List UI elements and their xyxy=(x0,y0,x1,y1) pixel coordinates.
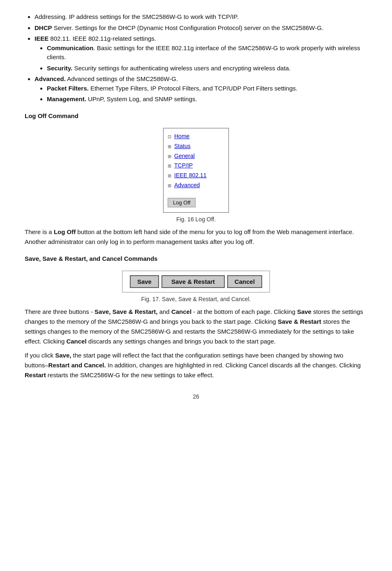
cancel-button[interactable]: Cancel xyxy=(227,275,262,288)
para1-bold3: Save xyxy=(297,308,311,315)
status-icon: ⊞ xyxy=(168,143,173,151)
advanced-sub-list: Packet Filters. Ethernet Type Filters, I… xyxy=(47,84,367,104)
ieee-rest: 802.11. IEEE 802.11g-related settings. xyxy=(48,35,156,42)
save-description-2: If you click Save, the start page will r… xyxy=(25,350,367,380)
logoff-figure-caption: Fig. 16 Log Off. xyxy=(176,215,216,224)
para1-bold2: Cancel xyxy=(171,308,191,315)
para2-mid2: In addition, changes are highlighted in … xyxy=(106,362,361,369)
para1-start: There are three buttons - xyxy=(25,308,95,315)
para2-bold3: Restart xyxy=(25,371,46,378)
dhcp-rest: Server. Settings for the DHCP (Dynamic H… xyxy=(52,24,324,31)
para1-bold4: Save & Restart xyxy=(278,318,321,325)
communication-label: Communication xyxy=(47,44,93,51)
general-icon: ⊞ xyxy=(168,153,173,160)
nav-home[interactable]: ⊡Home xyxy=(168,132,221,142)
nav-advanced[interactable]: ⊞Advanced xyxy=(168,181,221,190)
logoff-button[interactable]: Log Off xyxy=(168,198,196,207)
addressing-text: Addressing. IP address settings for the … xyxy=(35,13,239,20)
nav-ieee[interactable]: ⊞IEEE 802.11 xyxy=(168,171,221,181)
para1-mid2: - at the bottom of each page. Clicking xyxy=(191,308,297,315)
logoff-figure: ⊡Home ⊞Status ⊞General ⊞TCP/IP ⊞IEEE 802… xyxy=(25,128,367,224)
advanced-rest: Advanced settings of the SMC2586W-G. xyxy=(66,75,178,82)
dhcp-label: DHCP xyxy=(35,24,52,31)
save-description-1: There are three buttons - Save, Save & R… xyxy=(25,307,367,346)
dhcp-item: DHCP Server. Settings for the DHCP (Dyna… xyxy=(35,23,367,33)
outer-list: Addressing. IP address settings for the … xyxy=(35,12,367,32)
para1-end: discards any settings changes and brings… xyxy=(87,338,276,345)
ieee-item: IEEE 802.11. IEEE 802.11g-related settin… xyxy=(35,34,367,73)
communication-rest: . Basic settings for the IEEE 802.11g in… xyxy=(47,44,360,61)
logoff-description: There is a Log Off button at the bottom … xyxy=(25,227,367,247)
save-restart-button[interactable]: Save & Restart xyxy=(161,275,225,288)
advanced-label: Advanced. xyxy=(35,75,66,82)
save-button[interactable]: Save xyxy=(130,275,159,288)
communication-item: Communication. Basic settings for the IE… xyxy=(47,44,367,62)
management-item: Management. UPnP, System Log, and SNMP s… xyxy=(47,95,367,104)
ieee-icon: ⊞ xyxy=(168,172,173,180)
para1-bold1: Save, Save & Restart, xyxy=(95,308,157,315)
advanced-item: Advanced. Advanced settings of the SMC25… xyxy=(35,74,367,104)
logoff-desc-start: There is a xyxy=(25,228,54,235)
save-restart-box: Save Save & Restart Cancel xyxy=(122,271,270,292)
nav-box: ⊡Home ⊞Status ⊞General ⊞TCP/IP ⊞IEEE 802… xyxy=(163,128,229,213)
outer-list-2: IEEE 802.11. IEEE 802.11g-related settin… xyxy=(35,34,367,104)
ieee-label: IEEE xyxy=(35,35,48,42)
logoff-heading: Log Off Command xyxy=(25,111,367,121)
packet-item: Packet Filters. Ethernet Type Filters, I… xyxy=(47,84,367,93)
packet-rest: Ethernet Type Filters, IP Protocol Filte… xyxy=(89,85,297,92)
ieee-sub-list: Communication. Basic settings for the IE… xyxy=(47,44,367,73)
management-label: Management. xyxy=(47,95,86,102)
save-section-heading: Save, Save & Restart, and Cancel Command… xyxy=(25,254,367,264)
nav-tcpip[interactable]: ⊞TCP/IP xyxy=(168,161,221,171)
packet-label: Packet Filters. xyxy=(47,85,89,92)
management-rest: UPnP, System Log, and SNMP settings. xyxy=(86,95,197,102)
addressing-item: Addressing. IP address settings for the … xyxy=(35,12,367,22)
tcpip-icon: ⊞ xyxy=(168,162,173,170)
save-restart-figure: Save Save & Restart Cancel Fig. 17. Save… xyxy=(25,271,367,304)
page-number: 26 xyxy=(25,392,367,401)
logoff-desc-bold: Log Off xyxy=(54,228,76,235)
para2-start: If you click xyxy=(25,352,55,359)
security-rest: Security settings for authenticating wir… xyxy=(72,65,291,72)
para1-bold5: Cancel xyxy=(66,338,86,345)
advanced-icon: ⊞ xyxy=(168,182,173,190)
nav-general[interactable]: ⊞General xyxy=(168,151,221,161)
para1-mid: and xyxy=(158,308,171,315)
para2-bold1: Save, xyxy=(55,352,71,359)
para2-end: restarts the SMC2586W-G for the new sett… xyxy=(46,371,214,378)
para2-bold2: Restart and Cancel. xyxy=(48,362,106,369)
home-icon: ⊡ xyxy=(168,133,173,141)
save-figure-caption: Fig. 17. Save, Save & Restart, and Cance… xyxy=(141,295,251,304)
security-item: Security. Security settings for authenti… xyxy=(47,64,367,73)
nav-status[interactable]: ⊞Status xyxy=(168,142,221,151)
security-label: Security. xyxy=(47,65,72,72)
